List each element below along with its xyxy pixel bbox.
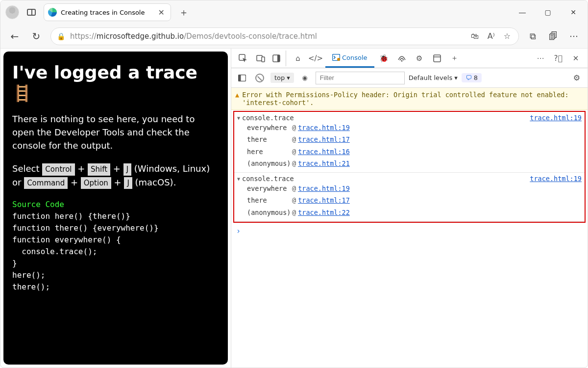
trace-title: console.trace <box>242 114 530 122</box>
frame-at: @ <box>292 122 296 133</box>
log-levels-selector[interactable]: Default levels ▾ <box>409 74 458 81</box>
disclosure-triangle-icon: ▼ <box>237 115 240 121</box>
devtools-more-icon[interactable]: ⋯ <box>533 51 548 66</box>
issues-count: 8 <box>474 74 478 81</box>
issue-icon: 🗩 <box>466 74 472 81</box>
live-expression-icon[interactable]: ◉ <box>298 71 312 85</box>
source-title: Source Code <box>12 200 64 209</box>
menu-icon[interactable]: ⋯ <box>567 31 581 41</box>
trace-groups: ▼console.tracetrace.html:19everywhere@ t… <box>233 111 586 223</box>
context-selector[interactable]: top ▾ <box>270 73 294 83</box>
back-button[interactable]: ← <box>7 30 22 42</box>
levels-label: Default levels <box>409 74 452 81</box>
frame-function: (anonymous) <box>247 207 292 218</box>
device-toolbar-icon[interactable] <box>253 51 269 66</box>
kbd-option: Option <box>81 177 111 189</box>
help-icon[interactable]: ?⃝ <box>550 51 566 66</box>
trace-group: ▼console.tracetrace.html:19everywhere@ t… <box>234 112 585 173</box>
frame-link[interactable]: trace.html:21 <box>298 158 350 169</box>
svg-point-7 <box>401 60 402 61</box>
svg-point-6 <box>337 58 340 61</box>
frame-at: @ <box>292 183 296 194</box>
frame-function: everywhere <box>247 122 292 133</box>
chevron-down-icon: ▾ <box>287 74 290 81</box>
stack-frame: everywhere@ trace.html:19 <box>237 183 582 194</box>
kbd-j: J <box>123 163 131 176</box>
frame-link[interactable]: trace.html:17 <box>298 133 350 145</box>
frame-at: @ <box>292 158 296 169</box>
edge-icon <box>48 8 57 17</box>
trace-header[interactable]: ▼console.tracetrace.html:19 <box>237 175 582 183</box>
stack-frame: everywhere@ trace.html:19 <box>237 122 582 133</box>
main-split: I've logged a trace 🪜 There is nothing t… <box>0 49 588 368</box>
frame-link[interactable]: trace.html:19 <box>298 122 350 133</box>
chevron-down-icon: ▾ <box>454 74 458 81</box>
frame-at: @ <box>292 194 296 206</box>
frame-link[interactable]: trace.html:16 <box>298 146 350 158</box>
frame-link[interactable]: trace.html:19 <box>298 183 350 194</box>
split-screen-icon[interactable]: ⧉ <box>526 31 539 42</box>
disclosure-triangle-icon: ▼ <box>237 176 240 182</box>
close-devtools-icon[interactable]: ✕ <box>568 51 584 66</box>
filter-input[interactable] <box>316 72 405 84</box>
svg-rect-8 <box>434 55 441 62</box>
console-tab[interactable]: Console <box>325 49 374 68</box>
sources-tab-icon[interactable]: 🐞 <box>376 51 392 66</box>
welcome-tab-icon[interactable]: ⌂ <box>290 51 306 66</box>
minimize-button[interactable]: ― <box>511 4 534 20</box>
console-prompt[interactable]: › <box>231 223 588 239</box>
frame-at: @ <box>292 133 296 145</box>
tab-close-icon[interactable]: ✕ <box>157 8 166 17</box>
maximize-button[interactable]: ▢ <box>537 4 559 20</box>
network-tab-icon[interactable] <box>394 51 410 66</box>
address-bar[interactable]: 🔒 https://microsoftedge.github.io/Demos/… <box>50 27 519 45</box>
dock-side-icon[interactable] <box>270 51 286 66</box>
toggle-sidebar-icon[interactable] <box>235 71 249 85</box>
profile-avatar[interactable] <box>5 5 19 19</box>
console-settings-icon[interactable]: ⚙ <box>570 73 584 82</box>
frame-link[interactable]: trace.html:17 <box>298 194 350 206</box>
source-code-box: Source Code function here() {there()} fu… <box>12 199 219 293</box>
frame-function: (anonymous) <box>247 158 292 169</box>
warning-icon: ▲ <box>235 91 239 106</box>
performance-tab-icon[interactable]: ⚙ <box>412 51 427 66</box>
trace-title: console.trace <box>242 175 530 183</box>
close-window-button[interactable]: ✕ <box>562 4 585 20</box>
refresh-button[interactable]: ↻ <box>29 30 44 42</box>
kbd-shift: Shift <box>88 163 110 176</box>
browser-tab[interactable]: Creating traces in Console ✕ <box>44 3 171 21</box>
trace-header[interactable]: ▼console.tracetrace.html:19 <box>237 114 582 122</box>
collections-icon[interactable]: 🗐 <box>546 31 560 41</box>
shopping-icon[interactable]: 🛍 <box>469 31 481 41</box>
issues-badge[interactable]: 🗩 8 <box>462 73 482 82</box>
more-tabs-icon[interactable]: ＋ <box>447 51 463 66</box>
svg-rect-4 <box>277 55 280 62</box>
frame-at: @ <box>292 207 296 218</box>
stack-frame: there@ trace.html:17 <box>237 194 582 206</box>
trace-source-link[interactable]: trace.html:19 <box>530 114 582 122</box>
frame-link[interactable]: trace.html:22 <box>298 207 350 218</box>
clear-console-icon[interactable] <box>253 71 267 85</box>
devtools-panel: ⌂ </> Console 🐞 ⚙ ＋ ⋯ ?⃝ ✕ <box>231 49 588 368</box>
frame-function: everywhere <box>247 183 292 194</box>
favorite-icon[interactable]: ☆ <box>502 31 513 41</box>
warning-text: Error with Permissions-Policy header: Or… <box>242 91 577 106</box>
console-tab-label: Console <box>342 54 368 61</box>
frame-function: there <box>247 194 292 206</box>
ladder-icon: 🪜 <box>12 84 32 103</box>
trace-source-link[interactable]: trace.html:19 <box>530 175 582 183</box>
stack-frame: (anonymous)@ trace.html:21 <box>237 158 582 169</box>
browser-titlebar: Creating traces in Console ✕ ＋ ― ▢ ✕ <box>0 0 588 24</box>
workspaces-icon[interactable] <box>27 9 36 16</box>
inspect-element-icon[interactable] <box>235 51 251 66</box>
elements-tab-icon[interactable]: </> <box>308 51 323 66</box>
frame-function: there <box>247 133 292 145</box>
frame-at: @ <box>292 146 296 158</box>
read-aloud-icon[interactable]: A⁾ <box>486 31 497 41</box>
new-tab-button[interactable]: ＋ <box>174 6 194 19</box>
svg-rect-2 <box>262 57 265 62</box>
kbd-command: Command <box>24 177 68 189</box>
intro-text: There is nothing to see here, you need t… <box>12 112 219 152</box>
application-tab-icon[interactable] <box>429 51 445 66</box>
stack-frame: here@ trace.html:16 <box>237 146 582 158</box>
